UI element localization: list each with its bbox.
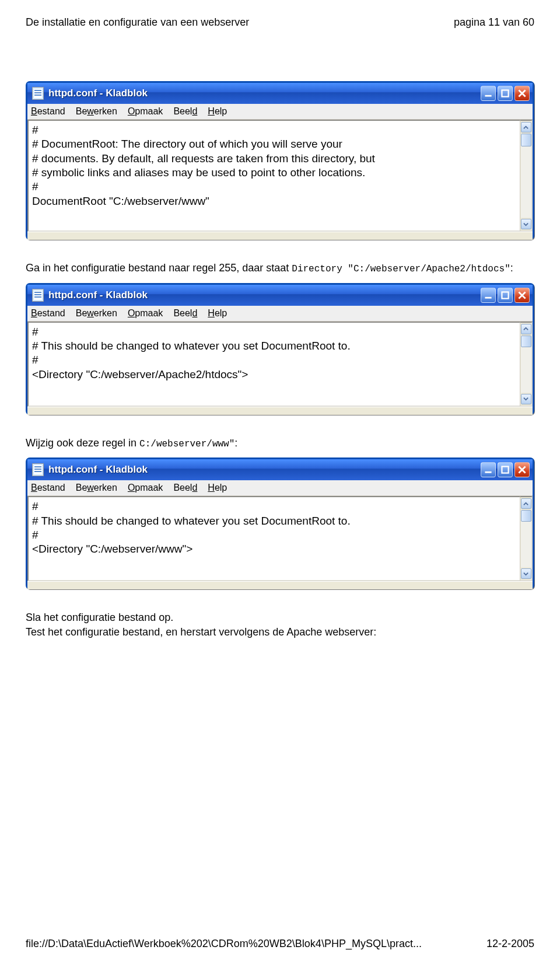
menu-help[interactable]: Help — [208, 483, 227, 493]
menu-bewerken[interactable]: Bewerken — [76, 483, 117, 493]
menu-help[interactable]: Help — [208, 106, 227, 117]
menu-bestand[interactable]: Bestand — [31, 483, 65, 493]
window-title: httpd.conf - Kladblok — [48, 289, 481, 301]
vertical-scrollbar[interactable] — [520, 120, 533, 232]
footer-date: 12-2-2005 — [487, 938, 534, 950]
menu-beeld[interactable]: Beeld — [173, 106, 197, 117]
para2-tail: : — [235, 437, 237, 449]
footer-path: file://D:\Data\EduActief\Werkboek%202\CD… — [26, 938, 422, 950]
notepad-icon — [32, 289, 44, 302]
page-footer: file://D:\Data\EduActief\Werkboek%202\CD… — [26, 938, 534, 950]
minimize-icon — [484, 291, 492, 299]
menubar: Bestand Bewerken Opmaak Beeld Help — [27, 104, 533, 120]
menu-opmaak[interactable]: Opmaak — [128, 483, 163, 493]
para1-text: Ga in het configuratie bestand naar rege… — [26, 262, 292, 274]
menu-bewerken[interactable]: Bewerken — [76, 106, 117, 117]
svg-rect-4 — [485, 471, 491, 473]
menu-bestand[interactable]: Bestand — [31, 106, 65, 117]
scroll-track[interactable] — [521, 336, 531, 393]
scroll-thumb[interactable] — [521, 336, 531, 347]
scroll-thumb[interactable] — [521, 510, 531, 522]
titlebar[interactable]: httpd.conf - Kladblok — [27, 285, 533, 306]
close-button[interactable] — [514, 86, 530, 101]
svg-rect-5 — [502, 467, 508, 473]
minimize-button[interactable] — [481, 86, 496, 101]
svg-rect-2 — [485, 296, 491, 298]
chevron-up-icon — [523, 326, 528, 331]
scroll-down-button[interactable] — [521, 568, 531, 579]
editor-textarea[interactable]: # # This should be changed to whatever y… — [27, 322, 520, 407]
statusbar — [27, 232, 533, 240]
minimize-icon — [484, 89, 492, 97]
scroll-up-button[interactable] — [521, 122, 531, 132]
page-header: De installatie en configuratie van een w… — [26, 16, 534, 29]
menubar: Bestand Bewerken Opmaak Beeld Help — [27, 480, 533, 496]
maximize-icon — [501, 291, 509, 299]
page-number: pagina 11 van 60 — [454, 16, 534, 29]
chevron-down-icon — [523, 571, 528, 577]
svg-rect-0 — [485, 95, 491, 97]
window-controls — [481, 462, 530, 477]
notepad-window-2: httpd.conf - Kladblok Bestand Bewerken O… — [26, 283, 534, 415]
minimize-icon — [484, 466, 492, 474]
maximize-icon — [501, 89, 509, 97]
scroll-thumb[interactable] — [521, 134, 531, 146]
editor-textarea[interactable]: # # This should be changed to whatever y… — [27, 496, 520, 581]
close-button[interactable] — [514, 288, 530, 303]
notepad-window-3: httpd.conf - Kladblok Bestand Bewerken O… — [26, 457, 534, 589]
chevron-up-icon — [523, 125, 528, 130]
titlebar[interactable]: httpd.conf - Kladblok — [27, 459, 533, 480]
para2-code: C:/webserver/www" — [139, 439, 235, 449]
window-title: httpd.conf - Kladblok — [48, 88, 481, 99]
menu-beeld[interactable]: Beeld — [173, 483, 197, 493]
titlebar[interactable]: httpd.conf - Kladblok — [27, 83, 533, 104]
menu-help[interactable]: Help — [208, 308, 227, 319]
menu-bewerken[interactable]: Bewerken — [76, 308, 117, 319]
menu-bestand[interactable]: Bestand — [31, 308, 65, 319]
statusbar — [27, 581, 533, 589]
chevron-down-icon — [523, 396, 528, 401]
menubar: Bestand Bewerken Opmaak Beeld Help — [27, 306, 533, 322]
menu-beeld[interactable]: Beeld — [173, 308, 197, 319]
menu-opmaak[interactable]: Opmaak — [128, 106, 163, 117]
para3-line1: Sla het configuratie bestand op. — [26, 612, 173, 623]
close-icon — [518, 466, 526, 474]
para3-line2: Test het configuratie bestand, en hersta… — [26, 626, 376, 638]
chevron-down-icon — [523, 222, 528, 227]
scroll-up-button[interactable] — [521, 498, 531, 509]
maximize-button[interactable] — [498, 288, 513, 303]
window-controls — [481, 288, 530, 303]
window-title: httpd.conf - Kladblok — [48, 464, 481, 476]
vertical-scrollbar[interactable] — [520, 322, 533, 407]
scroll-up-button[interactable] — [521, 324, 531, 334]
notepad-icon — [32, 87, 44, 100]
instruction-para-3: Sla het configuratie bestand op. Test he… — [26, 610, 534, 640]
minimize-button[interactable] — [481, 462, 496, 477]
scroll-down-button[interactable] — [521, 394, 531, 404]
maximize-button[interactable] — [498, 462, 513, 477]
chevron-up-icon — [523, 501, 528, 507]
para1-code: Directory "C:/webserver/Apache2/htdocs" — [292, 264, 510, 274]
maximize-icon — [501, 466, 509, 474]
svg-rect-3 — [502, 292, 508, 298]
editor-textarea[interactable]: # # DocumentRoot: The directory out of w… — [27, 120, 520, 232]
instruction-para-2: Wijzig ook deze regel in C:/webserver/ww… — [26, 436, 534, 451]
minimize-button[interactable] — [481, 288, 496, 303]
scroll-track[interactable] — [521, 134, 531, 218]
scroll-down-button[interactable] — [521, 219, 531, 229]
vertical-scrollbar[interactable] — [520, 496, 533, 581]
menu-opmaak[interactable]: Opmaak — [128, 308, 163, 319]
scroll-track[interactable] — [521, 510, 531, 567]
statusbar — [27, 407, 533, 415]
notepad-icon — [32, 463, 44, 476]
close-icon — [518, 89, 526, 97]
para1-tail: : — [510, 262, 513, 274]
notepad-window-1: httpd.conf - Kladblok Bestand Bewerken O… — [26, 81, 534, 240]
maximize-button[interactable] — [498, 86, 513, 101]
window-controls — [481, 86, 530, 101]
close-icon — [518, 291, 526, 299]
close-button[interactable] — [514, 462, 530, 477]
instruction-para-1: Ga in het configuratie bestand naar rege… — [26, 261, 534, 276]
doc-title: De installatie en configuratie van een w… — [26, 16, 249, 29]
para2-text: Wijzig ook deze regel in — [26, 437, 139, 449]
